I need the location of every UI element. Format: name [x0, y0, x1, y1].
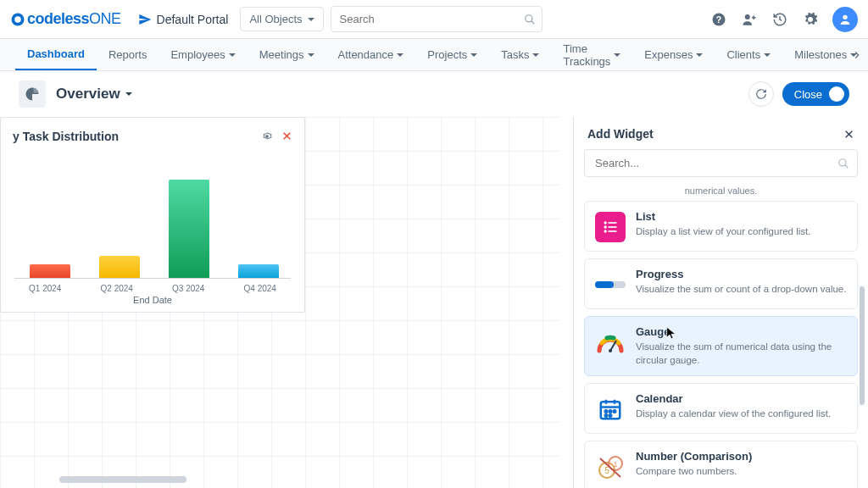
scroll-right-icon[interactable]: [851, 49, 863, 61]
svg-point-26: [609, 349, 612, 352]
search-icon[interactable]: [837, 158, 849, 169]
number-compare-icon: 51: [595, 452, 626, 482]
widget-option-progress[interactable]: ProgressVisualize the sum or count of a …: [584, 258, 858, 309]
svg-line-16: [845, 164, 849, 168]
overview-icon: [19, 80, 46, 108]
tab-meetings[interactable]: Meetings: [248, 39, 326, 70]
widget-option-calendar[interactable]: CalendarDisplay a calendar view of the c…: [584, 383, 858, 434]
x-axis-label: End Date: [9, 295, 296, 305]
widget-desc: Visualize the sum of numerical data usin…: [636, 341, 847, 367]
chart-title: y Task Distribution: [13, 130, 119, 143]
chart-widget[interactable]: y Task Distribution Q1 2024 Q2 2024 Q3 2…: [0, 117, 305, 313]
list-icon: [595, 212, 626, 242]
close-button[interactable]: Close: [782, 82, 849, 106]
portal-label: Default Portal: [157, 13, 229, 26]
bar-q1: [30, 264, 70, 278]
svg-rect-20: [609, 226, 617, 228]
logo-suffix: ONE: [89, 10, 121, 27]
close-label: Close: [794, 88, 822, 101]
horizontal-scrollbar[interactable]: [59, 476, 186, 483]
prev-item-tail: numerical values.: [584, 186, 858, 196]
x-tick: Q1 2024: [29, 284, 61, 293]
svg-rect-24: [595, 281, 614, 288]
portal-selector[interactable]: Default Portal: [138, 13, 229, 26]
global-search: [331, 6, 542, 32]
widget-settings-icon[interactable]: [261, 130, 273, 142]
chevron-down-icon: [764, 53, 771, 57]
svg-rect-22: [609, 230, 617, 232]
add-user-icon[interactable]: [741, 11, 758, 28]
calendar-icon: [595, 394, 626, 424]
widget-option-list[interactable]: ListDisplay a list view of your configur…: [584, 201, 858, 252]
svg-line-3: [531, 20, 534, 24]
logo-icon: [10, 12, 25, 27]
dashboard-grid[interactable]: y Task Distribution Q1 2024 Q2 2024 Q3 2…: [0, 117, 559, 488]
svg-point-19: [604, 225, 607, 228]
svg-point-15: [839, 158, 846, 165]
panel-scrollbar[interactable]: [860, 286, 865, 405]
widget-desc: Compare two numbers.: [636, 465, 752, 479]
bar-q2: [99, 256, 140, 278]
history-icon[interactable]: [771, 11, 788, 28]
tab-expenses[interactable]: Expenses: [632, 39, 715, 70]
widget-desc: Display a calendar view of the configure…: [636, 408, 831, 421]
widget-search-input[interactable]: [584, 149, 858, 177]
tab-projects[interactable]: Projects: [415, 39, 489, 70]
logo-text: codeless: [27, 10, 89, 27]
cursor-icon: [665, 326, 678, 340]
x-tick: Q4 2024: [244, 284, 276, 293]
svg-rect-18: [609, 222, 617, 224]
main-nav: Dashboard Reports Employees Meetings Att…: [0, 39, 868, 71]
gauge-icon: [595, 327, 626, 358]
tab-employees[interactable]: Employees: [159, 39, 247, 70]
send-icon: [138, 13, 152, 26]
object-selector[interactable]: All Objects: [240, 7, 323, 31]
toggle-indicator: [829, 86, 844, 102]
add-widget-panel: Add Widget numerical values. ListDisplay…: [573, 117, 868, 488]
svg-point-10: [265, 135, 269, 138]
tab-reports[interactable]: Reports: [97, 39, 159, 70]
x-tick: Q3 2024: [172, 284, 204, 293]
widget-desc: Display a list view of your configured l…: [636, 225, 810, 239]
tab-tasks[interactable]: Tasks: [489, 39, 551, 70]
svg-point-33: [614, 410, 616, 413]
tab-time-trackings[interactable]: Time Trackings: [551, 39, 632, 70]
chevron-down-icon: [308, 53, 314, 57]
svg-point-21: [604, 230, 607, 232]
tab-dashboard[interactable]: Dashboard: [15, 39, 97, 70]
bar-q3: [169, 180, 209, 278]
widget-option-gauge[interactable]: GaugeVisualize the sum of numerical data…: [584, 316, 858, 376]
help-icon[interactable]: ?: [710, 11, 727, 28]
panel-close-icon[interactable]: [843, 129, 854, 140]
svg-point-9: [843, 14, 847, 19]
chevron-down-icon: [308, 18, 314, 21]
svg-point-32: [609, 410, 612, 413]
user-avatar[interactable]: [832, 7, 858, 32]
app-logo[interactable]: codelessONE: [10, 10, 121, 28]
search-input[interactable]: [331, 6, 542, 32]
tab-clients[interactable]: Clients: [715, 39, 782, 70]
refresh-button[interactable]: [748, 81, 774, 107]
chevron-down-icon: [397, 53, 403, 57]
widget-remove-icon[interactable]: [281, 130, 292, 142]
widget-name: Progress: [636, 268, 846, 280]
svg-point-34: [605, 414, 608, 417]
svg-point-6: [745, 14, 750, 19]
object-selector-label: All Objects: [249, 13, 302, 25]
x-tick: Q2 2024: [101, 284, 133, 293]
panel-title: Add Widget: [587, 127, 654, 141]
gear-icon[interactable]: [802, 11, 819, 28]
widget-name: Calendar: [636, 392, 831, 405]
chevron-down-icon: [470, 53, 477, 57]
widget-option-number-comparison[interactable]: 51 Number (Comparison)Compare two number…: [584, 441, 858, 488]
widget-name: List: [636, 210, 810, 223]
progress-icon: [595, 269, 626, 300]
chevron-down-icon: [614, 53, 620, 57]
page-title[interactable]: Overview: [56, 86, 132, 103]
search-icon[interactable]: [524, 14, 536, 25]
tab-attendance[interactable]: Attendance: [326, 39, 416, 70]
svg-point-1: [14, 16, 21, 23]
widget-name: Number (Comparison): [636, 450, 752, 463]
svg-point-2: [525, 14, 531, 21]
chevron-down-icon: [696, 53, 703, 57]
